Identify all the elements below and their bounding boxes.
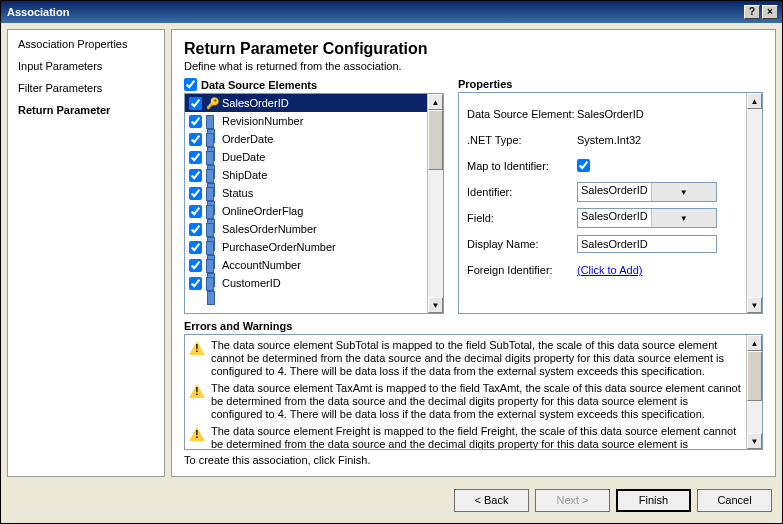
error-row: The data source element Freight is mappe… [189, 425, 742, 449]
dse-item-label: PurchaseOrderNumber [222, 241, 336, 253]
main-panel: Return Parameter Configuration Define wh… [171, 29, 776, 477]
error-text: The data source element Freight is mappe… [211, 425, 742, 449]
dse-item[interactable]: OnlineOrderFlag [185, 202, 427, 220]
dse-item-label: ShipDate [222, 169, 267, 181]
dse-item-label: SalesOrderID [222, 97, 289, 109]
footer-hint: To create this association, click Finish… [184, 454, 763, 466]
column-icon [206, 277, 220, 289]
scroll-up-icon[interactable]: ▲ [747, 93, 762, 109]
dse-item-checkbox[interactable] [189, 277, 202, 290]
nav-item-return-parameter[interactable]: Return Parameter [18, 104, 154, 116]
dse-item[interactable]: DueDate [185, 148, 427, 166]
column-icon [206, 187, 220, 199]
close-button[interactable]: × [762, 5, 778, 19]
scroll-down-icon[interactable]: ▼ [428, 297, 443, 313]
dse-item[interactable]: 🔑SalesOrderID [185, 94, 427, 112]
button-bar: < Back Next > Finish Cancel [1, 483, 782, 517]
dse-listbox: 🔑SalesOrderIDRevisionNumberOrderDateDueD… [184, 93, 444, 314]
error-row: The data source element TaxAmt is mapped… [189, 382, 742, 421]
warning-icon [189, 384, 205, 398]
prop-net-label: .NET Type: [467, 134, 577, 146]
column-icon [206, 259, 220, 271]
dse-item-checkbox[interactable] [189, 223, 202, 236]
prop-dse-label: Data Source Element: [467, 108, 577, 120]
prop-id-select[interactable]: SalesOrderID▼ [577, 182, 717, 202]
prop-id-value: SalesOrderID [578, 183, 651, 201]
dse-item-checkbox[interactable] [189, 151, 202, 164]
help-button[interactable]: ? [744, 5, 760, 19]
prop-field-label: Field: [467, 212, 577, 224]
dse-item-checkbox[interactable] [189, 241, 202, 254]
column-icon [206, 115, 220, 127]
dse-item-checkbox[interactable] [189, 133, 202, 146]
nav-panel: Association PropertiesInput ParametersFi… [7, 29, 165, 477]
props-scrollbar[interactable]: ▲ ▼ [746, 93, 762, 313]
prop-id-label: Identifier: [467, 186, 577, 198]
prop-dn-label: Display Name: [467, 238, 577, 250]
prop-dn-input[interactable] [577, 235, 717, 253]
prop-dse-value: SalesOrderID [577, 108, 740, 120]
chevron-down-icon[interactable]: ▼ [651, 209, 716, 227]
scroll-down-icon[interactable]: ▼ [747, 297, 762, 313]
column-icon [206, 241, 220, 253]
dse-item[interactable]: PurchaseOrderNumber [185, 238, 427, 256]
dse-item-checkbox[interactable] [189, 169, 202, 182]
page-subtitle: Define what is returned from the associa… [184, 60, 763, 72]
dse-item-checkbox[interactable] [189, 97, 202, 110]
prop-map-checkbox[interactable] [577, 159, 590, 172]
dse-item-checkbox[interactable] [189, 205, 202, 218]
column-icon [206, 151, 220, 163]
dse-item[interactable]: Status [185, 184, 427, 202]
finish-button[interactable]: Finish [616, 489, 691, 512]
dse-item[interactable]: OrderDate [185, 130, 427, 148]
dse-item[interactable]: CustomerID [185, 274, 427, 292]
errors-box: The data source element SubTotal is mapp… [184, 334, 763, 450]
nav-item-input-parameters[interactable]: Input Parameters [18, 60, 154, 72]
scroll-up-icon[interactable]: ▲ [428, 94, 443, 110]
dse-item-checkbox[interactable] [189, 187, 202, 200]
warning-icon [189, 341, 205, 355]
scroll-down-icon[interactable]: ▼ [747, 433, 762, 449]
properties-header: Properties [458, 78, 512, 90]
dse-item-label: CustomerID [222, 277, 281, 289]
dse-item-label: Status [222, 187, 253, 199]
scroll-thumb[interactable] [428, 110, 443, 170]
err-scrollbar[interactable]: ▲ ▼ [746, 335, 762, 449]
dse-item-label: AccountNumber [222, 259, 301, 271]
dse-scrollbar[interactable]: ▲ ▼ [427, 94, 443, 313]
next-button[interactable]: Next > [535, 489, 610, 512]
column-icon [206, 205, 220, 217]
dse-item-label: SalesOrderNumber [222, 223, 317, 235]
dse-item-label: DueDate [222, 151, 265, 163]
error-row: The data source element SubTotal is mapp… [189, 339, 742, 378]
title-bar: Association ? × [1, 1, 782, 23]
chevron-down-icon[interactable]: ▼ [651, 183, 716, 201]
dse-item[interactable]: AccountNumber [185, 256, 427, 274]
prop-fi-link[interactable]: (Click to Add) [577, 264, 642, 276]
nav-item-filter-parameters[interactable]: Filter Parameters [18, 82, 154, 94]
prop-map-label: Map to Identifier: [467, 160, 577, 172]
nav-item-association-properties[interactable]: Association Properties [18, 38, 154, 50]
page-title: Return Parameter Configuration [184, 40, 763, 58]
prop-field-value: SalesOrderID [578, 209, 651, 227]
dse-item[interactable]: ShipDate [185, 166, 427, 184]
error-text: The data source element SubTotal is mapp… [211, 339, 742, 378]
column-icon [206, 133, 220, 145]
dse-item-checkbox[interactable] [189, 259, 202, 272]
dse-item-label: OnlineOrderFlag [222, 205, 303, 217]
column-icon [206, 169, 220, 181]
dse-item[interactable]: RevisionNumber [185, 112, 427, 130]
prop-fi-label: Foreign Identifier: [467, 264, 577, 276]
scroll-thumb[interactable] [747, 351, 762, 401]
cancel-button[interactable]: Cancel [697, 489, 772, 512]
window-title: Association [7, 6, 69, 18]
column-icon [206, 223, 220, 235]
scroll-up-icon[interactable]: ▲ [747, 335, 762, 351]
dse-item-label: OrderDate [222, 133, 273, 145]
dse-item[interactable]: SalesOrderNumber [185, 220, 427, 238]
prop-net-value: System.Int32 [577, 134, 740, 146]
dse-select-all-checkbox[interactable] [184, 78, 197, 91]
prop-field-select[interactable]: SalesOrderID▼ [577, 208, 717, 228]
dse-item-checkbox[interactable] [189, 115, 202, 128]
back-button[interactable]: < Back [454, 489, 529, 512]
